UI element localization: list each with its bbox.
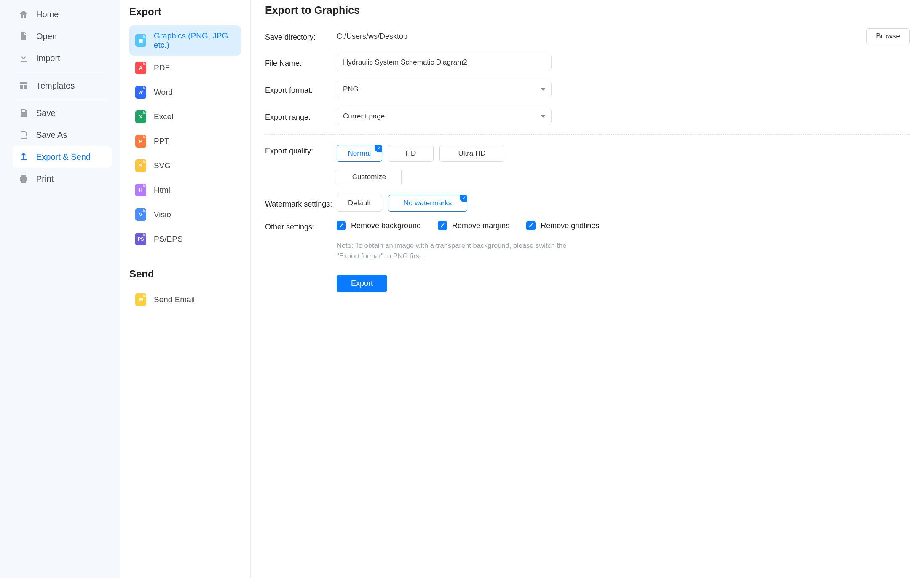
send-item-label: Send Email — [154, 295, 195, 304]
export-item-label: Html — [154, 185, 170, 195]
chevron-down-icon — [541, 115, 545, 118]
send-item-email[interactable]: ✉ Send Email — [129, 288, 241, 312]
sidebar-item-print[interactable]: Print — [13, 168, 112, 190]
label-other-settings: Other settings: — [265, 221, 337, 231]
export-item-label: Excel — [154, 112, 173, 121]
checkbox-remove-background[interactable]: ✓ Remove background — [337, 221, 421, 230]
sidebar-label: Import — [36, 54, 60, 63]
save-directory-value: C:/Users/ws/Desktop — [337, 32, 407, 41]
sidebar-label: Home — [36, 10, 59, 19]
pdf-file-icon: A — [135, 62, 146, 74]
checkbox-label: Remove gridlines — [541, 221, 599, 230]
quality-normal[interactable]: Normal — [337, 145, 382, 162]
save-icon — [19, 108, 29, 118]
export-item-label: PDF — [154, 63, 170, 73]
sidebar-label: Print — [36, 174, 54, 184]
print-icon — [19, 174, 29, 184]
page-title: Export to Graphics — [265, 4, 910, 16]
section-divider — [265, 134, 910, 135]
watermark-default[interactable]: Default — [337, 195, 382, 212]
sidebar-item-save[interactable]: Save — [13, 102, 112, 124]
export-item-visio[interactable]: V Visio — [129, 202, 241, 227]
export-range-value: Current page — [343, 112, 385, 121]
home-icon — [19, 9, 29, 19]
export-item-graphics[interactable]: ▦ Graphics (PNG, JPG etc.) — [129, 25, 241, 56]
visio-file-icon: V — [135, 208, 146, 221]
export-item-label: PS/EPS — [154, 234, 183, 244]
export-item-label: Word — [154, 88, 173, 97]
label-export-quality: Export quality: — [265, 145, 337, 156]
chevron-down-icon — [541, 88, 545, 91]
label-watermark: Watermark settings: — [265, 198, 337, 209]
checkbox-remove-margins[interactable]: ✓ Remove margins — [438, 221, 509, 230]
export-item-excel[interactable]: X Excel — [129, 105, 241, 129]
excel-file-icon: X — [135, 110, 146, 123]
file-icon — [19, 31, 29, 41]
quality-group: Normal HD Ultra HD — [337, 145, 504, 162]
label-export-format: Export format: — [265, 84, 337, 95]
sidebar-item-home[interactable]: Home — [13, 3, 112, 25]
export-button[interactable]: Export — [337, 275, 387, 292]
export-format-value: PNG — [343, 85, 359, 94]
svg-file-icon: S — [135, 159, 146, 172]
quality-ultra-hd[interactable]: Ultra HD — [439, 145, 504, 162]
export-item-word[interactable]: W Word — [129, 80, 241, 105]
label-file-name: File Name: — [265, 57, 337, 68]
sidebar-item-open[interactable]: Open — [13, 25, 112, 47]
sidebar-label: Save As — [36, 130, 67, 140]
save-as-icon — [19, 130, 29, 140]
checkbox-remove-gridlines[interactable]: ✓ Remove gridlines — [526, 221, 599, 230]
send-heading: Send — [129, 268, 241, 280]
sidebar-divider — [17, 99, 107, 99]
export-heading: Export — [129, 6, 241, 18]
quality-customize[interactable]: Customize — [337, 169, 402, 185]
export-item-label: SVG — [154, 161, 171, 170]
sidebar-divider — [17, 72, 107, 72]
label-export-range: Export range: — [265, 111, 337, 122]
sidebar-item-templates[interactable]: Templates — [13, 75, 112, 97]
watermark-none[interactable]: No watermarks — [388, 195, 467, 212]
export-settings-panel: Export to Graphics Save directory: C:/Us… — [251, 0, 924, 578]
html-file-icon: H — [135, 184, 146, 196]
quality-customize-group: Customize — [337, 169, 402, 185]
sidebar-nav: Home Open Import Templates Save Save As … — [0, 0, 120, 578]
sidebar-label: Open — [36, 32, 57, 41]
export-item-label: Visio — [154, 210, 171, 219]
export-item-svg[interactable]: S SVG — [129, 153, 241, 178]
email-icon: ✉ — [135, 293, 146, 306]
export-item-label: PPT — [154, 137, 169, 146]
export-range-select[interactable]: Current page — [337, 108, 552, 125]
checkbox-label: Remove background — [351, 221, 421, 230]
checkbox-label: Remove margins — [452, 221, 509, 230]
sidebar-item-import[interactable]: Import — [13, 47, 112, 69]
sidebar-item-export-send[interactable]: Export & Send — [13, 146, 112, 168]
sidebar-item-save-as[interactable]: Save As — [13, 124, 112, 146]
export-icon — [19, 152, 29, 162]
check-icon: ✓ — [526, 221, 536, 230]
templates-icon — [19, 81, 29, 91]
other-settings-group: ✓ Remove background ✓ Remove margins ✓ R… — [337, 221, 599, 230]
export-type-list: Export ▦ Graphics (PNG, JPG etc.) A PDF … — [120, 0, 251, 578]
graphics-file-icon: ▦ — [135, 34, 146, 47]
sidebar-label: Templates — [36, 81, 75, 91]
pseps-file-icon: PS — [135, 233, 146, 245]
ppt-file-icon: P — [135, 135, 146, 148]
file-name-input[interactable] — [337, 54, 552, 71]
transparency-note: Note: To obtain an image with a transpar… — [337, 240, 573, 261]
export-item-html[interactable]: H Html — [129, 178, 241, 202]
export-format-select[interactable]: PNG — [337, 81, 552, 98]
sidebar-label: Export & Send — [36, 152, 91, 162]
word-file-icon: W — [135, 86, 146, 99]
export-item-label: Graphics (PNG, JPG etc.) — [154, 31, 235, 50]
check-icon: ✓ — [438, 221, 447, 230]
import-icon — [19, 53, 29, 63]
export-item-pseps[interactable]: PS PS/EPS — [129, 227, 241, 251]
export-item-pdf[interactable]: A PDF — [129, 56, 241, 80]
export-item-ppt[interactable]: P PPT — [129, 129, 241, 153]
label-save-directory: Save directory: — [265, 31, 337, 42]
browse-button[interactable]: Browse — [866, 28, 910, 44]
check-icon: ✓ — [337, 221, 346, 230]
quality-hd[interactable]: HD — [388, 145, 434, 162]
sidebar-label: Save — [36, 108, 56, 118]
